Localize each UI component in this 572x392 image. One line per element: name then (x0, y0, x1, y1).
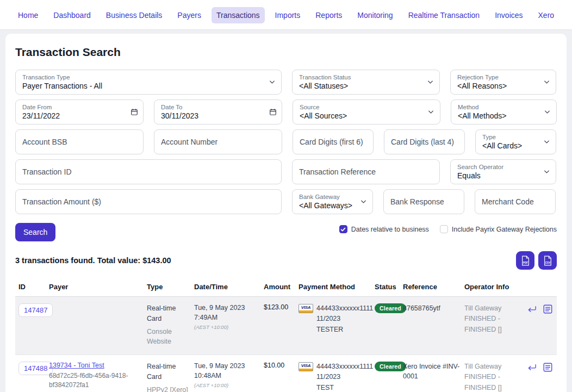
account-bsb-input[interactable] (22, 138, 136, 146)
transaction-reference-field[interactable] (292, 159, 440, 184)
chevron-down-icon (543, 108, 551, 116)
chevron-down-icon (543, 78, 551, 86)
field-label: Date To (161, 103, 275, 111)
nav-invoices[interactable]: Invoices (490, 7, 527, 23)
transaction-type-select[interactable]: Transaction Type Payer Transactions - Al… (15, 70, 282, 95)
export-csv-button[interactable]: CSV (538, 251, 557, 270)
nav-reports[interactable]: Reports (310, 7, 347, 23)
field-label: Source (300, 103, 433, 111)
nav-transactions[interactable]: Transactions (212, 7, 265, 23)
transaction-id-link[interactable]: 147488 (18, 362, 53, 375)
col-id: ID (15, 283, 49, 291)
field-value: <All Reasons> (457, 81, 549, 91)
payment-method-cell: VISA 444433xxxxxx1111 11/2023 TESTER (299, 303, 375, 335)
return-arrow-icon (527, 305, 537, 314)
chevron-down-icon (543, 168, 551, 176)
merchant-code-field[interactable] (475, 189, 556, 214)
account-number-field[interactable] (154, 129, 282, 154)
col-payer: Payer (49, 283, 147, 291)
nav-realtime-transaction[interactable]: Realtime Transaction (403, 7, 485, 23)
bank-response-input[interactable] (390, 197, 457, 206)
nav-home[interactable]: Home (13, 7, 43, 23)
export-pdf-button[interactable]: PDF (516, 251, 534, 270)
transaction-id-link[interactable]: 147487 (18, 303, 53, 317)
transaction-status-select[interactable]: Transaction Status <All Statuses> (292, 70, 440, 95)
field-value: <All Statuses> (299, 81, 433, 91)
col-type: Type (147, 283, 194, 291)
nav-xero[interactable]: Xero (533, 7, 559, 23)
checkbox-checked-icon[interactable] (339, 225, 347, 233)
table-row: 147487 Real-time Card Console Website Tu… (15, 297, 557, 355)
payer-cell: 139734 - Toni Test 68d72c25-f6db-456a-94… (49, 362, 147, 390)
filter-row-2: Date From 23/11/2022 Date To 30/11/2023 … (15, 99, 557, 125)
field-value: <All Cards> (482, 141, 549, 151)
datetime-cell: Tue, 9 May 2023 10:48AM (AEST +10:00) (194, 362, 264, 388)
card-digits-first6-input[interactable] (300, 138, 366, 146)
col-datetime: Date/Time (194, 283, 264, 291)
checkbox-unchecked-icon[interactable] (440, 225, 448, 233)
details-button[interactable] (543, 363, 552, 372)
transaction-amount-field[interactable] (15, 189, 282, 214)
results-header: 3 transactions found. Total value: $143.… (15, 251, 557, 270)
calendar-icon[interactable] (130, 108, 138, 116)
source-select[interactable]: Source <All Sources> (293, 99, 440, 125)
transaction-id-field[interactable] (15, 159, 282, 184)
transaction-id-input[interactable] (22, 167, 275, 176)
nav-business-details[interactable]: Business Details (101, 7, 167, 23)
card-digits-first6-field[interactable] (293, 129, 374, 154)
nav-monitoring[interactable]: Monitoring (352, 7, 397, 23)
chevron-down-icon (543, 138, 551, 146)
journal-text-icon (543, 363, 552, 372)
bank-gateway-select[interactable]: Bank Gateway <All Gateways> (292, 189, 373, 214)
checkbox-label: Include Payrix Gateway Rejections (452, 226, 557, 233)
transaction-amount-input[interactable] (22, 197, 275, 206)
date-to-input[interactable]: Date To 30/11/2023 (154, 99, 282, 125)
card-number: 444433xxxxxx1111 (316, 303, 373, 314)
col-amount: Amount (264, 283, 299, 291)
field-label: Transaction Status (299, 73, 433, 81)
method-select[interactable]: Method <All Methods> (451, 99, 557, 125)
card-digits-last4-input[interactable] (391, 138, 458, 146)
card-number: 444433xxxxxx1111 (316, 362, 373, 372)
transaction-reference-input[interactable] (299, 167, 433, 176)
status-cell: Cleared (375, 303, 403, 313)
nav-dashboard[interactable]: Dashboard (48, 7, 96, 23)
filter-row-4: Search Operator Equals (15, 159, 557, 184)
date-from-input[interactable]: Date From 23/11/2022 (15, 99, 144, 125)
card-type-select[interactable]: Type <All Cards> (475, 129, 556, 154)
bank-response-field[interactable] (383, 189, 464, 214)
page-title: Transaction Search (15, 46, 557, 59)
card-expiry: 11/2023 (316, 314, 373, 324)
include-payrix-rejections-checkbox[interactable]: Include Payrix Gateway Rejections (440, 225, 557, 233)
field-label: Bank Gateway (299, 193, 366, 201)
account-bsb-field[interactable] (15, 129, 144, 154)
details-button[interactable] (543, 304, 552, 314)
status-cell: Cleared (375, 362, 403, 371)
refund-button[interactable] (527, 305, 537, 314)
col-payment-method: Payment Method (299, 283, 375, 291)
row-actions (520, 362, 557, 372)
merchant-code-input[interactable] (482, 197, 549, 206)
search-operator-select[interactable]: Search Operator Equals (450, 159, 556, 184)
card-digits-last4-field[interactable] (384, 129, 465, 154)
operator-info-cell: Till Gateway FINISHED - FINISHED [] (464, 362, 520, 392)
reference-cell: 87658765ytf (403, 303, 464, 313)
dates-relative-checkbox[interactable]: Dates relative to business (339, 225, 429, 233)
filter-row-5: Bank Gateway <All Gateways> (15, 189, 557, 214)
search-button[interactable]: Search (15, 223, 55, 241)
field-value: <All Methods> (458, 111, 550, 121)
transaction-search-card: Transaction Search Transaction Type Paye… (5, 34, 567, 392)
nav-payers[interactable]: Payers (172, 7, 206, 23)
nav-imports[interactable]: Imports (270, 7, 306, 23)
refund-button[interactable] (527, 363, 537, 372)
top-nav: Home Dashboard Business Details Payers T… (0, 0, 572, 29)
payment-method-cell: VISA 444433xxxxxx1111 11/2023 TEST (299, 362, 375, 392)
payer-link[interactable]: 139734 - Toni Test (49, 362, 104, 369)
calendar-icon[interactable] (269, 108, 277, 116)
account-number-input[interactable] (161, 138, 275, 146)
field-value: 23/11/2022 (22, 111, 136, 121)
chevron-down-icon (426, 78, 434, 86)
datetime-cell: Tue, 9 May 2023 7:49AM (AEST +10:00) (194, 303, 264, 330)
rejection-type-select[interactable]: Rejection Type <All Reasons> (450, 70, 556, 95)
svg-text:CSV: CSV (545, 261, 550, 264)
